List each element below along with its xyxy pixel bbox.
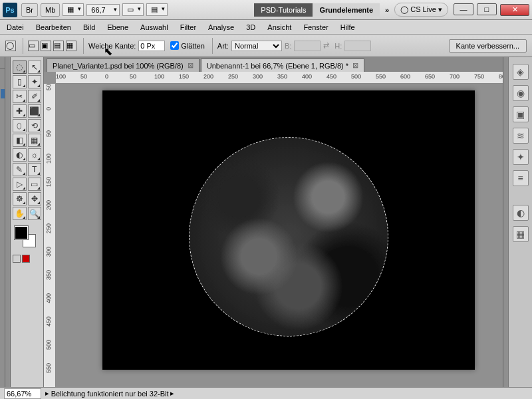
tool-gradient[interactable]: ▦ — [28, 134, 42, 147]
sel-add-icon[interactable]: ▣ — [41, 41, 51, 51]
history-panel-icon[interactable]: ≡ — [513, 170, 529, 186]
doc-arrange-dropdown[interactable]: ▦ — [63, 3, 84, 16]
refine-edge-button[interactable]: Kante verbessern... — [449, 39, 527, 53]
zoom-field[interactable]: 66,67% — [4, 388, 41, 399]
canvas[interactable] — [102, 90, 475, 370]
close-icon[interactable]: ⊠ — [352, 61, 358, 70]
status-arrow-icon[interactable]: ▸ — [45, 389, 49, 398]
titlebar: Ps Br Mb ▦ 66,7 ▭ ▤ PSD-Tutorials Grunde… — [0, 0, 532, 20]
doc-tab-0[interactable]: Planet_Variante1.psd bei 100% (RGB/8)⊠ — [47, 59, 200, 72]
zoom-dropdown[interactable]: 66,7 — [86, 4, 120, 16]
workspace-more-icon[interactable]: » — [380, 6, 394, 14]
feather-label: Weiche Kante: — [88, 42, 136, 50]
tool-move[interactable]: ↖ — [28, 61, 42, 74]
menu-auswahl[interactable]: Auswahl — [140, 23, 168, 31]
width-field — [294, 41, 321, 51]
tool-3d[interactable]: ☸ — [13, 192, 27, 205]
swap-icon: ⇄ — [323, 41, 329, 50]
antialias-checkbox[interactable] — [170, 41, 179, 50]
menu-filter[interactable]: Filter — [180, 23, 196, 31]
tool-shape[interactable]: ▭ — [28, 178, 42, 191]
sel-new-icon[interactable]: ▭ — [28, 41, 39, 51]
selection-ellipse[interactable] — [189, 137, 388, 336]
adjustments-panel-icon[interactable]: ≋ — [513, 128, 529, 144]
minimize-button[interactable]: — — [454, 3, 473, 15]
menu-datei[interactable]: Datei — [7, 23, 24, 31]
tool-type[interactable]: T — [28, 163, 42, 176]
tool-path[interactable]: ▷ — [13, 178, 27, 191]
color-panel-icon[interactable]: ◐ — [513, 205, 529, 221]
statusbar: 66,67% ▸ Belichtung funktioniert nur bei… — [0, 387, 532, 399]
maximize-button[interactable]: □ — [477, 3, 497, 15]
menu-hilfe[interactable]: Hilfe — [340, 23, 355, 31]
doc-tab-1[interactable]: Unbenannt-1 bei 66,7% (Ebene 1, RGB/8) *… — [201, 59, 364, 72]
extras-dropdown[interactable]: ▤ — [146, 3, 168, 16]
tool-history[interactable]: ⟲ — [28, 119, 42, 132]
fg-color-swatch[interactable] — [15, 226, 28, 239]
tool-eyedrop[interactable]: ✐ — [28, 90, 42, 103]
ruler-horizontal[interactable]: 1005005010015020025030035040045050055060… — [56, 72, 503, 84]
window-buttons: — □ ✕ — [452, 3, 529, 16]
tool-dodge[interactable]: ☼ — [28, 148, 42, 162]
tool-heal[interactable]: ✚ — [13, 104, 27, 118]
quickmask-on-icon[interactable] — [22, 255, 30, 263]
tool-stamp[interactable]: ⬯ — [13, 119, 27, 132]
close-icon[interactable]: ⊠ — [188, 61, 194, 70]
minibridge-button[interactable]: Mb — [41, 3, 60, 17]
dock-right: ◈ ◉ ▣ ≋ ✦ ≡ ◐ ▦ — [508, 57, 532, 387]
tool-pen[interactable]: ✎ — [13, 163, 27, 176]
status-message: Belichtung funktioniert nur bei 32-Bit — [51, 390, 169, 398]
tool-eraser[interactable]: ◧ — [13, 134, 27, 147]
menu-3d[interactable]: 3D — [246, 23, 255, 31]
sel-intersect-icon[interactable]: ▦ — [66, 41, 76, 51]
menu-ansicht[interactable]: Ansicht — [267, 23, 291, 31]
workspace-tab-psd[interactable]: PSD-Tutorials — [254, 3, 313, 17]
style-select[interactable]: Normal — [231, 41, 282, 51]
menu-analyse[interactable]: Analyse — [208, 23, 234, 31]
styles-panel-icon[interactable]: ✦ — [513, 149, 529, 165]
status-arrow-icon[interactable]: ▸ — [170, 389, 174, 398]
menu-fenster[interactable]: Fenster — [303, 23, 328, 31]
tool-lasso[interactable]: ▯ — [13, 75, 27, 88]
layers-panel-icon[interactable]: ◈ — [513, 64, 529, 80]
sel-sub-icon[interactable]: ▤ — [53, 41, 64, 51]
ruler-vertical[interactable]: 50050100150200250300350400450500550 — [44, 84, 56, 387]
close-button[interactable]: ✕ — [500, 4, 529, 16]
options-bar: ◯ ▭ ▣ ▤ ▦ Weiche Kante: Glätten Art: Nor… — [0, 35, 532, 57]
style-label: Art: — [217, 42, 229, 50]
paths-panel-icon[interactable]: ▣ — [513, 106, 529, 122]
toolbox: ◌↖▯✦✂✐✚⬛⬯⟲◧▦◐☼✎T▷▭☸✥✋🔍 — [11, 57, 44, 387]
tool-marquee[interactable]: ◌ — [13, 61, 27, 74]
canvas-area[interactable] — [56, 84, 503, 387]
swatches-panel-icon[interactable]: ▦ — [513, 226, 529, 242]
tool-crop[interactable]: ✂ — [13, 90, 27, 103]
channels-panel-icon[interactable]: ◉ — [513, 85, 529, 101]
height-field — [344, 41, 371, 51]
app-logo[interactable]: Ps — [3, 3, 17, 17]
document-tabs: Planet_Variante1.psd bei 100% (RGB/8)⊠ U… — [44, 57, 503, 72]
tool-hand[interactable]: ✋ — [13, 207, 27, 220]
feather-input[interactable] — [138, 41, 165, 51]
width-label: B: — [285, 42, 291, 50]
tool-brush[interactable]: ⬛ — [28, 104, 42, 118]
antialias-label: Glätten — [181, 42, 204, 50]
cs-live-button[interactable]: ◯ CS Live ▾ — [394, 3, 448, 17]
menubar: DateiBearbeitenBildEbeneAuswahlFilterAna… — [0, 20, 532, 35]
height-label: H: — [334, 42, 342, 50]
menu-bild[interactable]: Bild — [83, 23, 95, 31]
menu-ebene[interactable]: Ebene — [107, 23, 128, 31]
tool-zoom[interactable]: 🔍 — [28, 207, 42, 220]
menu-bearbeiten[interactable]: Bearbeiten — [36, 23, 71, 31]
quickmask-icon[interactable] — [13, 255, 21, 263]
tool-preset-icon[interactable]: ◯ — [5, 41, 16, 51]
workarea: ◌↖▯✦✂✐✚⬛⬯⟲◧▦◐☼✎T▷▭☸✥✋🔍 Planet_Variante1.… — [0, 57, 532, 387]
workspace-tab-grund[interactable]: Grundelemente — [313, 3, 380, 17]
bridge-button[interactable]: Br — [21, 3, 38, 17]
tool-blur[interactable]: ◐ — [13, 148, 27, 162]
tool-wand[interactable]: ✦ — [28, 75, 42, 88]
dock-left-collapsed[interactable] — [0, 57, 5, 387]
tool-3dcam[interactable]: ✥ — [28, 192, 42, 205]
screen-mode-dropdown[interactable]: ▭ — [122, 3, 144, 16]
